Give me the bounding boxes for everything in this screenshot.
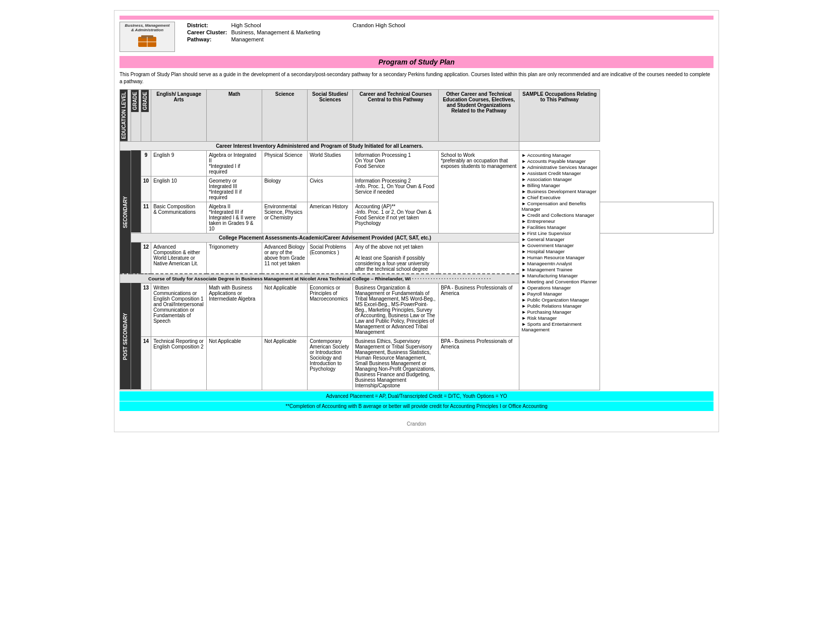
- sci-11: Environmental Science, Physics or Chemis…: [262, 202, 308, 233]
- secondary-col: [131, 150, 141, 233]
- occupation-item: Risk Manager: [521, 315, 598, 321]
- secondary-label: SECONDARY: [120, 150, 131, 274]
- post-secondary-label: POST SECONDARY: [120, 283, 131, 390]
- sci-9: Physical Science: [262, 150, 308, 176]
- page-container: Business, Management & Administration: [114, 10, 719, 432]
- career-11: Accounting (AP)**-Info. Proc. 1 or 2, On…: [353, 202, 439, 233]
- career-14: Business Ethics, Supervisory Management …: [353, 336, 439, 390]
- occupation-item: Public Relations Manager: [521, 303, 598, 309]
- social-header: Social Studies/ Sciences: [308, 90, 353, 142]
- occupation-item: Operations Manager: [521, 285, 598, 290]
- other-12: [439, 242, 519, 274]
- header-bar: [120, 16, 713, 20]
- header-section: Business, Management & Administration: [120, 22, 713, 52]
- soc-9: World Studies: [308, 150, 353, 176]
- math-10: Geometry or Integrated III*Integrated II…: [207, 176, 262, 202]
- occupation-item: Compensation and Benefits Manager: [521, 201, 598, 212]
- occupation-item: Human Resource Manager: [521, 255, 598, 260]
- grade-13: 13: [141, 283, 151, 336]
- science-header: Science: [262, 90, 308, 142]
- footer-note-1: Advanced Placement = AP, Dual/Transcript…: [120, 391, 713, 401]
- occupation-item: Business Development Manager: [521, 189, 598, 194]
- page-title: Program of Study Plan: [120, 56, 713, 68]
- occupation-item: Accounting Manager: [521, 152, 598, 158]
- math-13: Math with Business Applications or Inter…: [207, 283, 262, 336]
- sci-14: Not Applicable: [262, 336, 308, 390]
- career-header: Career and Technical Courses Central to …: [353, 90, 439, 142]
- footer-note-2: **Completion of Accounting with B averag…: [120, 401, 713, 411]
- grade-num-header: GRADE: [141, 90, 151, 142]
- english-header: English/ Language Arts: [151, 90, 207, 142]
- occupation-item: General Manager: [521, 237, 598, 242]
- occupation-item: Government Manager: [521, 243, 598, 248]
- other-13: BPA - Business Professionals of America: [439, 283, 519, 336]
- occupation-item: Manufacturing Manager: [521, 273, 598, 278]
- description-text: This Program of Study Plan should serve …: [120, 71, 713, 85]
- math-header: Math: [207, 90, 262, 142]
- sci-13: Not Applicable: [262, 283, 308, 336]
- occupation-item: Purchasing Manager: [521, 309, 598, 315]
- math-14: Not Applicable: [207, 336, 262, 390]
- eng-11: Basic Composition& Communications: [151, 202, 207, 233]
- grade-header: GRADE: [131, 90, 141, 142]
- math-9: Algebra or Integrated II*Integrated I if…: [207, 150, 262, 176]
- career-13: Business Organization & Management or Fu…: [353, 283, 439, 336]
- other-9: School to Work*preferably an occupation …: [439, 150, 519, 233]
- grade-14: 14: [141, 336, 151, 390]
- other-11: [600, 202, 713, 233]
- occupation-item: Public Organization Manager: [521, 297, 598, 303]
- soc-14: Contemporary American Society or Introdu…: [308, 336, 353, 390]
- occupation-item: Hospital Manager: [521, 249, 598, 254]
- career-interest-row: Career Interest Inventory Administered a…: [120, 141, 519, 150]
- occupation-item: First Line Supervisor: [521, 230, 598, 236]
- grade12-col: [131, 242, 141, 274]
- occupations-header: SAMPLE Occupations Relating to This Path…: [519, 90, 600, 142]
- district-info: District: High School Crandon High Schoo…: [180, 22, 713, 43]
- occupation-item: Accounts Payable Manager: [521, 158, 598, 164]
- math-12: Trigonometry: [207, 242, 262, 274]
- soc-12: Social Problems (Economics ): [308, 242, 353, 274]
- grade-9: 9: [141, 150, 151, 176]
- post-sec-col: [131, 283, 141, 390]
- career-10: Information Processing 2-Info. Proc. 1, …: [353, 176, 439, 202]
- occupation-item: Sports and Entertainment Management: [521, 321, 598, 332]
- soc-11: American History: [308, 202, 353, 233]
- occupations-list: Accounting ManagerAccounts Payable Manag…: [519, 150, 600, 390]
- sci-10: Biology: [262, 176, 308, 202]
- occupation-item: Meeting and Convention Planner: [521, 279, 598, 284]
- eng-12: Advanced Composition & either World Lite…: [151, 242, 207, 274]
- soc-10: Civics: [308, 176, 353, 202]
- career-12: Any of the above not yet takenAt least o…: [353, 242, 439, 274]
- occupation-item: Administrative Services Manager: [521, 164, 598, 170]
- occupation-item: Chief Executive: [521, 195, 598, 200]
- occupation-item: Entrepreneur: [521, 218, 598, 224]
- logo-area: Business, Management & Administration: [120, 22, 180, 52]
- grade-12: 12: [141, 242, 151, 274]
- education-level-header: EDUCATION LEVEL: [120, 90, 131, 142]
- course-of-study-row: Course of Study for Associate Degree in …: [120, 274, 519, 283]
- occupation-item: Management Trainee: [521, 267, 598, 272]
- college-placement-row: College Placement Assessments-Academic/C…: [131, 233, 519, 242]
- occupation-item: Facilities Manager: [521, 224, 598, 230]
- grade-10: 10: [141, 176, 151, 202]
- grade-11: 11: [141, 202, 151, 233]
- main-table: EDUCATION LEVEL GRADE GRADE English/ Lan…: [120, 89, 713, 390]
- occupation-item: Manageemtn Analyst: [521, 261, 598, 266]
- page-footer: Crandon: [120, 421, 713, 427]
- occupation-item: Billing Manager: [521, 183, 598, 188]
- eng-14: Technical Reporting or English Compositi…: [151, 336, 207, 390]
- career-9: Information Processing 1On Your OwnFood …: [353, 150, 439, 176]
- soc-13: Economics or Principles of Macroeconomic…: [308, 283, 353, 336]
- math-11: Algebra II*Integrated III if Integrated …: [207, 202, 262, 233]
- sci-12: Advanced Biology or any of the above fro…: [262, 242, 308, 274]
- logo-box: Business, Management & Administration: [120, 22, 175, 52]
- occupation-item: Credit and Collections Manager: [521, 212, 598, 218]
- occupation-item: Assistant Credit Manager: [521, 170, 598, 176]
- eng-10: English 10: [151, 176, 207, 202]
- occupation-item: Payroll Manager: [521, 291, 598, 297]
- other-career-header: Other Career and Technical Education Cou…: [439, 90, 519, 142]
- other-14: BPA - Business Professionals of America: [439, 336, 519, 390]
- eng-9: English 9: [151, 150, 207, 176]
- eng-13: Written Communications or English Compos…: [151, 283, 207, 336]
- occupation-item: Association Manager: [521, 177, 598, 182]
